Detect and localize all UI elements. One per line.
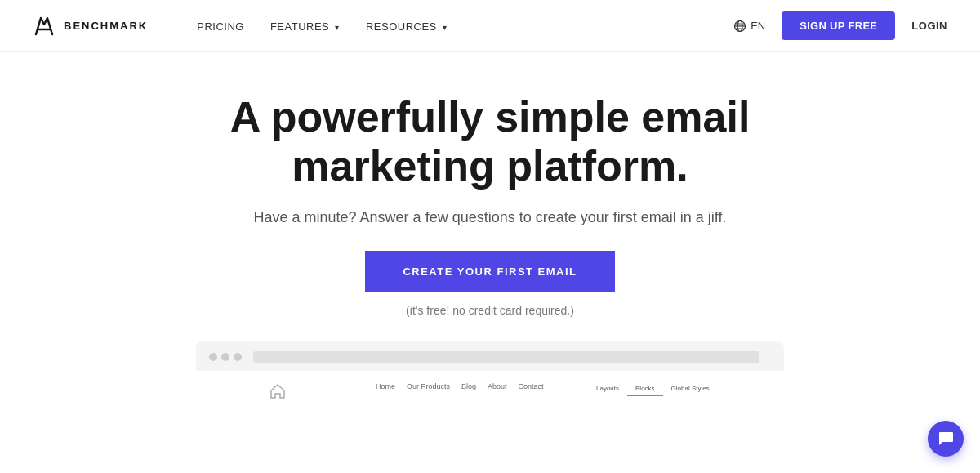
nav-item-pricing[interactable]: PRICING: [197, 19, 244, 33]
nav-links: PRICING FEATURES ▾ RESOURCES ▾: [197, 19, 447, 33]
home-icon: [269, 382, 287, 400]
browser-dots: [209, 353, 242, 361]
preview-nav-about: About: [488, 382, 507, 390]
pricing-link[interactable]: PRICING: [197, 20, 244, 33]
preview-sidebar: Layouts Blocks Global Styles: [588, 382, 768, 396]
preview-nav-home: Home: [376, 382, 395, 390]
benchmark-logo-icon: [33, 15, 56, 38]
preview-tab-blocks: Blocks: [627, 382, 663, 396]
hero-section: A powerfully simple email marketing plat…: [0, 52, 980, 341]
create-email-button[interactable]: CREATE YOUR FIRST EMAIL: [365, 251, 614, 292]
preview-right-panel: Home Our Products Blog About Contact Lay…: [359, 371, 784, 431]
nav-item-features[interactable]: FEATURES ▾: [270, 19, 340, 33]
navbar: BENCHMARK PRICING FEATURES ▾ RESOURCES ▾: [0, 0, 980, 52]
dot-2: [221, 353, 229, 361]
logo-text: BENCHMARK: [64, 20, 148, 32]
browser-url-bar: [253, 351, 760, 363]
hero-subtitle: Have a minute? Answer a few questions to…: [254, 209, 727, 226]
globe-icon: [733, 20, 746, 33]
login-button[interactable]: LOGIN: [911, 20, 947, 32]
preview-tab-global-styles: Global Styles: [663, 382, 718, 396]
dot-3: [234, 353, 242, 361]
signup-button[interactable]: SIGN UP FREE: [782, 11, 895, 40]
preview-nav-products: Our Products: [407, 382, 450, 390]
preview-sidebar-tabs: Layouts Blocks Global Styles: [588, 382, 768, 396]
chat-icon: [937, 430, 955, 448]
preview-nav: Home Our Products Blog About Contact: [376, 382, 544, 390]
preview-nav-blog: Blog: [461, 382, 476, 390]
chat-support-button[interactable]: [928, 421, 964, 457]
language-selector[interactable]: EN: [733, 20, 765, 33]
free-note: (it's free! no credit card required.): [406, 304, 574, 317]
lang-label: EN: [751, 20, 765, 32]
features-link[interactable]: FEATURES ▾: [270, 20, 340, 33]
preview-tab-layouts: Layouts: [588, 382, 627, 396]
dot-1: [209, 353, 217, 361]
preview-content: Home Our Products Blog About Contact Lay…: [196, 371, 784, 431]
logo-link[interactable]: BENCHMARK: [33, 15, 148, 38]
resources-chevron-icon: ▾: [443, 23, 448, 32]
preview-container: Home Our Products Blog About Contact Lay…: [98, 341, 882, 431]
app-preview: Home Our Products Blog About Contact Lay…: [196, 341, 784, 431]
nav-item-resources[interactable]: RESOURCES ▾: [366, 19, 447, 33]
hero-title: A powerfully simple email marketing plat…: [196, 93, 784, 191]
nav-right: EN SIGN UP FREE LOGIN: [733, 11, 947, 40]
preview-nav-contact: Contact: [519, 382, 544, 390]
features-chevron-icon: ▾: [335, 23, 340, 32]
preview-left-panel: [196, 371, 359, 431]
browser-bar: [196, 351, 784, 371]
resources-link[interactable]: RESOURCES ▾: [366, 20, 447, 33]
